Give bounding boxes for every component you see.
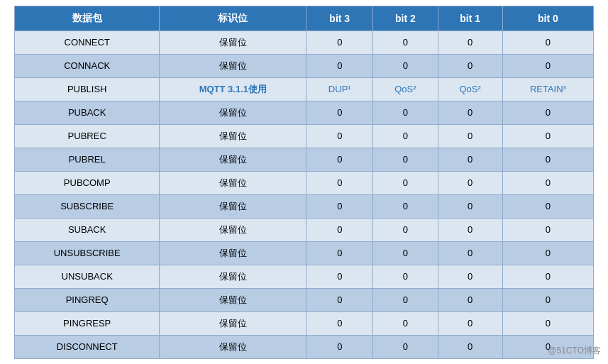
cell-bit2: 0	[373, 54, 438, 77]
cell-packet: DISCONNECT	[15, 335, 160, 358]
cell-bit0: 0	[502, 148, 593, 171]
table-row: UNSUBSCRIBE保留位0000	[15, 241, 594, 265]
cell-bit3: 0	[306, 54, 373, 77]
cell-bit0: RETAIN³	[502, 77, 593, 101]
header-bit2: bit 2	[373, 6, 438, 31]
cell-bit0: 0	[502, 265, 593, 288]
cell-packet: PINGRESP	[15, 311, 160, 335]
cell-bit1: 0	[438, 218, 502, 241]
cell-packet: PUBACK	[15, 101, 160, 124]
cell-flag: 保留位	[160, 171, 306, 194]
cell-bit0: 0	[502, 101, 593, 124]
cell-flag: MQTT 3.1.1使用	[160, 77, 306, 101]
cell-flag: 保留位	[160, 241, 306, 265]
cell-bit0: 0	[502, 288, 593, 311]
header-packet: 数据包	[15, 6, 160, 31]
cell-bit2: 0	[373, 194, 438, 218]
table-row: CONNECT保留位0000	[15, 31, 594, 54]
cell-bit2: 0	[373, 148, 438, 171]
cell-bit2: 0	[373, 335, 438, 358]
cell-bit3: 0	[306, 265, 373, 288]
cell-packet: SUBACK	[15, 218, 160, 241]
cell-packet: CONNACK	[15, 54, 160, 77]
cell-bit0: 0	[502, 311, 593, 335]
cell-bit0: 0	[502, 218, 593, 241]
cell-flag: 保留位	[160, 335, 306, 358]
cell-bit2: QoS²	[373, 77, 438, 101]
cell-bit3: 0	[306, 194, 373, 218]
cell-bit3: 0	[306, 31, 373, 54]
cell-packet: PINGREQ	[15, 288, 160, 311]
table-row: CONNACK保留位0000	[15, 54, 594, 77]
watermark: @51CTO博客	[548, 345, 601, 357]
cell-bit2: 0	[373, 288, 438, 311]
cell-bit2: 0	[373, 101, 438, 124]
cell-flag: 保留位	[160, 311, 306, 335]
cell-packet: PUBCOMP	[15, 171, 160, 194]
cell-bit1: 0	[438, 194, 502, 218]
cell-bit0: 0	[502, 31, 593, 54]
cell-bit0: 0	[502, 171, 593, 194]
cell-bit0: 0	[502, 241, 593, 265]
cell-bit3: DUP¹	[306, 77, 373, 101]
cell-flag: 保留位	[160, 218, 306, 241]
cell-bit0: 0	[502, 124, 593, 148]
cell-bit1: 0	[438, 171, 502, 194]
cell-packet: PUBREL	[15, 148, 160, 171]
table-row: PINGREQ保留位0000	[15, 288, 594, 311]
header-bit1: bit 1	[438, 6, 502, 31]
header-bit3: bit 3	[306, 6, 373, 31]
table-container: 数据包 标识位 bit 3 bit 2 bit 1 bit 0 CONNECT保…	[0, 0, 608, 364]
cell-flag: 保留位	[160, 148, 306, 171]
cell-bit3: 0	[306, 288, 373, 311]
cell-bit1: 0	[438, 101, 502, 124]
table-row: SUBACK保留位0000	[15, 218, 594, 241]
cell-bit3: 0	[306, 241, 373, 265]
cell-packet: SUBSCRIBE	[15, 194, 160, 218]
table-row: PUBREC保留位0000	[15, 124, 594, 148]
cell-bit1: 0	[438, 31, 502, 54]
cell-bit2: 0	[373, 171, 438, 194]
table-row: PINGRESP保留位0000	[15, 311, 594, 335]
table-row: DISCONNECT保留位0000	[15, 335, 594, 358]
table-row: PUBREL保留位0000	[15, 148, 594, 171]
table-row: SUBSCRIBE保留位0000	[15, 194, 594, 218]
cell-bit3: 0	[306, 311, 373, 335]
cell-bit2: 0	[373, 31, 438, 54]
cell-bit3: 0	[306, 171, 373, 194]
cell-bit3: 0	[306, 124, 373, 148]
cell-bit2: 0	[373, 218, 438, 241]
table-row: PUBLISHMQTT 3.1.1使用DUP¹QoS²QoS²RETAIN³	[15, 77, 594, 101]
cell-bit2: 0	[373, 124, 438, 148]
table-row: UNSUBACK保留位0000	[15, 265, 594, 288]
cell-bit1: QoS²	[438, 77, 502, 101]
cell-flag: 保留位	[160, 288, 306, 311]
cell-bit2: 0	[373, 265, 438, 288]
cell-flag: 保留位	[160, 31, 306, 54]
cell-bit3: 0	[306, 335, 373, 358]
table-row: PUBACK保留位0000	[15, 101, 594, 124]
cell-flag: 保留位	[160, 194, 306, 218]
cell-packet: UNSUBSCRIBE	[15, 241, 160, 265]
header-bit0: bit 0	[502, 6, 593, 31]
data-table: 数据包 标识位 bit 3 bit 2 bit 1 bit 0 CONNECT保…	[14, 6, 594, 359]
cell-flag: 保留位	[160, 101, 306, 124]
cell-bit1: 0	[438, 288, 502, 311]
cell-bit1: 0	[438, 124, 502, 148]
cell-packet: CONNECT	[15, 31, 160, 54]
cell-bit1: 0	[438, 335, 502, 358]
cell-bit1: 0	[438, 241, 502, 265]
cell-flag: 保留位	[160, 54, 306, 77]
cell-bit3: 0	[306, 101, 373, 124]
cell-bit1: 0	[438, 265, 502, 288]
cell-flag: 保留位	[160, 265, 306, 288]
cell-bit2: 0	[373, 311, 438, 335]
cell-flag: 保留位	[160, 124, 306, 148]
header-flag: 标识位	[160, 6, 306, 31]
cell-packet: PUBREC	[15, 124, 160, 148]
cell-bit0: 0	[502, 54, 593, 77]
cell-bit2: 0	[373, 241, 438, 265]
cell-bit0: 0	[502, 194, 593, 218]
table-row: PUBCOMP保留位0000	[15, 171, 594, 194]
cell-bit1: 0	[438, 311, 502, 335]
